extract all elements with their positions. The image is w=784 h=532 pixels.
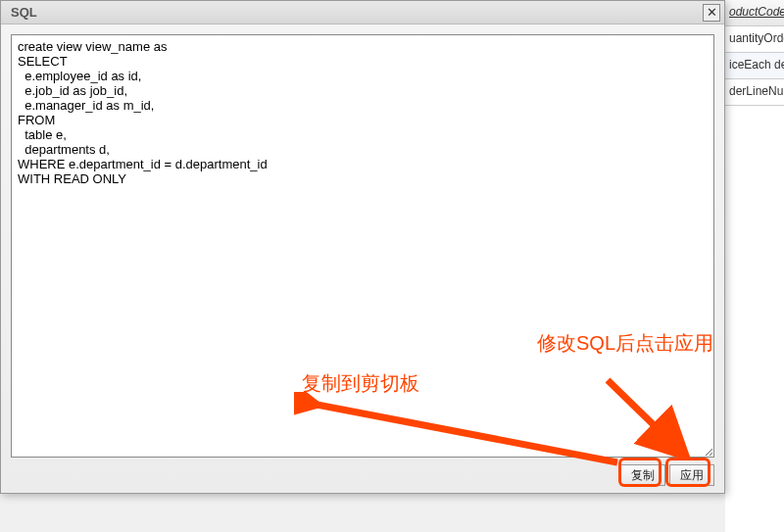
bg-col-cell: uantityOrderec: [725, 26, 784, 53]
sql-dialog: SQL ✕ 复制 应用: [0, 0, 725, 494]
apply-button[interactable]: 应用: [669, 464, 714, 486]
background-table-fragment: oductCode va uantityOrderec iceEach deci…: [725, 0, 784, 532]
close-button[interactable]: ✕: [703, 4, 720, 22]
close-icon: ✕: [707, 6, 717, 19]
copy-button[interactable]: 复制: [620, 464, 665, 486]
bg-col-header: oductCode va: [725, 0, 784, 26]
bg-col-cell: iceEach decim: [725, 53, 784, 79]
dialog-body: 复制 应用: [1, 24, 724, 493]
dialog-button-row: 复制 应用: [11, 458, 714, 487]
bg-col-cell: derLineNumbe: [725, 79, 784, 106]
dialog-title: SQL: [11, 5, 37, 20]
sql-textarea[interactable]: [11, 34, 714, 458]
dialog-titlebar: SQL ✕: [1, 1, 724, 24]
